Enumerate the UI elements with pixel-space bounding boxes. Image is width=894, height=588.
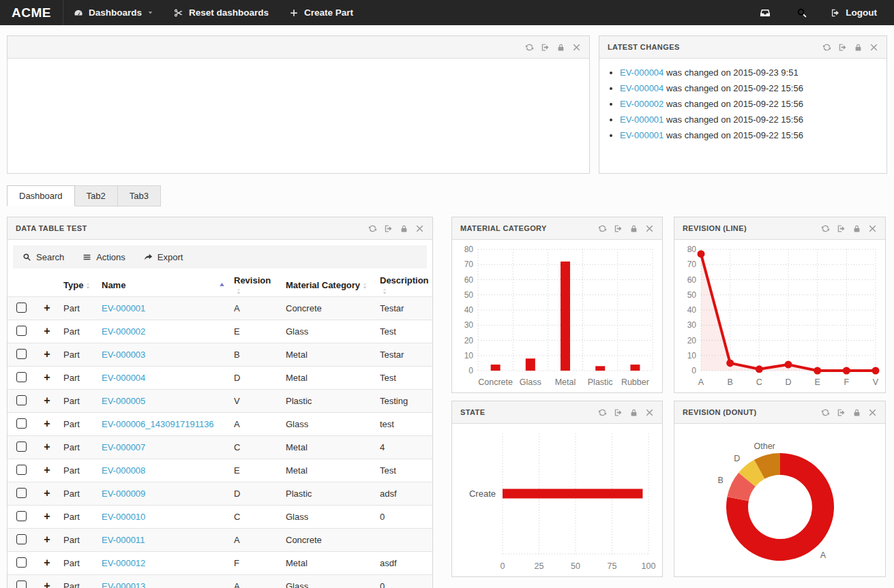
column-revision[interactable]: Revision <box>230 274 282 297</box>
export-icon[interactable] <box>614 408 623 417</box>
actions-button[interactable]: Actions <box>83 252 125 262</box>
refresh-icon[interactable] <box>598 408 607 417</box>
nav-reset-dashboards[interactable]: Reset dashboards <box>164 0 279 25</box>
export-icon[interactable] <box>614 224 623 233</box>
part-link[interactable]: EV-000002 <box>102 326 145 337</box>
part-link[interactable]: EV-000004 <box>102 373 145 383</box>
part-link[interactable]: EV-000002 <box>620 99 664 109</box>
column-description[interactable]: Description <box>376 274 432 297</box>
row-checkbox[interactable] <box>16 442 27 452</box>
row-checkbox[interactable] <box>16 349 27 359</box>
column-type[interactable]: Type <box>59 274 98 297</box>
lock-icon[interactable] <box>852 408 861 417</box>
expand-row-icon[interactable]: + <box>44 394 50 406</box>
expand-row-icon[interactable]: + <box>44 487 50 499</box>
export-icon[interactable] <box>384 224 393 233</box>
expand-row-icon[interactable]: + <box>44 580 50 588</box>
lock-icon[interactable] <box>852 224 861 233</box>
expand-row-icon[interactable]: + <box>44 371 50 383</box>
expand-row-icon[interactable]: + <box>44 302 50 313</box>
close-icon[interactable] <box>572 43 581 52</box>
row-checkbox[interactable] <box>16 534 27 544</box>
part-link[interactable]: EV-000008 <box>102 465 145 476</box>
row-checkbox[interactable] <box>16 372 27 382</box>
part-link[interactable]: EV-000012 <box>102 558 145 568</box>
part-link[interactable]: EV-000004 <box>620 67 664 78</box>
export-icon[interactable] <box>541 43 550 52</box>
search-button[interactable]: Search <box>23 252 64 262</box>
panel-empty-widget <box>7 35 590 174</box>
export-icon[interactable] <box>838 43 847 52</box>
nav-dashboards[interactable]: Dashboards <box>63 0 164 25</box>
row-checkbox[interactable] <box>16 488 27 498</box>
close-icon[interactable] <box>645 224 654 233</box>
export-icon[interactable] <box>837 408 846 417</box>
tab-tab2[interactable]: Tab2 <box>75 185 118 206</box>
lock-icon[interactable] <box>629 224 638 233</box>
sort-icon[interactable] <box>85 280 91 290</box>
export-icon[interactable] <box>837 224 846 233</box>
expand-row-icon[interactable]: + <box>44 325 50 337</box>
part-link[interactable]: EV-000005 <box>102 396 145 406</box>
expand-row-icon[interactable]: + <box>44 348 50 360</box>
part-link[interactable]: EV-000001 <box>620 114 664 125</box>
refresh-icon[interactable] <box>821 224 830 233</box>
inbox-button[interactable] <box>747 0 784 25</box>
brand-logo[interactable]: ACME <box>0 0 63 25</box>
row-checkbox[interactable] <box>16 557 27 568</box>
tab-tab3[interactable]: Tab3 <box>118 185 161 206</box>
row-checkbox[interactable] <box>16 511 27 521</box>
refresh-icon[interactable] <box>368 224 377 233</box>
part-link[interactable]: EV-000013 <box>102 581 145 588</box>
close-icon[interactable] <box>645 408 654 417</box>
search-button-nav[interactable] <box>784 0 820 25</box>
row-checkbox[interactable] <box>16 303 27 313</box>
export-button[interactable]: Export <box>144 252 183 262</box>
lock-icon[interactable] <box>400 224 408 233</box>
part-link[interactable]: EV-000009 <box>102 489 145 499</box>
expand-row-icon[interactable]: + <box>44 533 50 545</box>
row-checkbox[interactable] <box>16 326 27 336</box>
part-link[interactable]: EV-000004 <box>620 83 664 93</box>
row-checkbox[interactable] <box>16 395 27 405</box>
lock-icon[interactable] <box>629 408 638 417</box>
refresh-icon[interactable] <box>821 408 830 417</box>
expand-row-icon[interactable]: + <box>44 464 50 476</box>
expand-row-icon[interactable]: + <box>44 510 50 522</box>
tab-dashboard[interactable]: Dashboard <box>7 185 75 206</box>
sort-icon[interactable] <box>235 285 242 296</box>
part-link[interactable]: EV-000010 <box>102 512 145 522</box>
change-item: EV-000004 was changed on 2015-09-23 9:51 <box>620 67 886 78</box>
lock-icon[interactable] <box>854 43 863 52</box>
cell-name: EV-000009 <box>98 482 230 506</box>
sort-icon[interactable] <box>381 285 388 296</box>
expand-row-icon[interactable]: + <box>44 557 50 568</box>
column-name[interactable]: Name <box>98 274 230 297</box>
part-link[interactable]: EV-000001 <box>620 130 664 140</box>
nav-create-part[interactable]: Create Part <box>279 0 363 25</box>
part-link[interactable]: EV-000006_1430917191136 <box>102 419 214 429</box>
row-checkbox[interactable] <box>16 465 27 475</box>
close-icon[interactable] <box>868 224 877 233</box>
refresh-icon[interactable] <box>598 224 607 233</box>
logout-button[interactable]: Logout <box>820 0 887 25</box>
part-link[interactable]: EV-000007 <box>102 442 145 452</box>
row-checkbox[interactable] <box>16 418 27 429</box>
cell-material: Plastic <box>282 482 376 506</box>
part-link[interactable]: EV-000003 <box>102 350 145 360</box>
sort-asc-icon[interactable] <box>218 281 226 289</box>
lock-icon[interactable] <box>556 43 565 52</box>
refresh-icon[interactable] <box>822 43 831 52</box>
sort-icon[interactable] <box>361 280 368 290</box>
part-link[interactable]: EV-000001 <box>102 303 145 313</box>
column-material-category[interactable]: Material Category <box>282 274 376 297</box>
expand-row-icon[interactable]: + <box>44 418 50 429</box>
close-icon[interactable] <box>415 224 424 233</box>
close-icon[interactable] <box>868 408 877 417</box>
checkbox-cell <box>8 413 35 436</box>
close-icon[interactable] <box>869 43 878 52</box>
refresh-icon[interactable] <box>525 43 534 52</box>
row-checkbox[interactable] <box>16 581 27 588</box>
part-link[interactable]: EV-000011 <box>102 535 145 545</box>
expand-row-icon[interactable]: + <box>44 441 50 452</box>
